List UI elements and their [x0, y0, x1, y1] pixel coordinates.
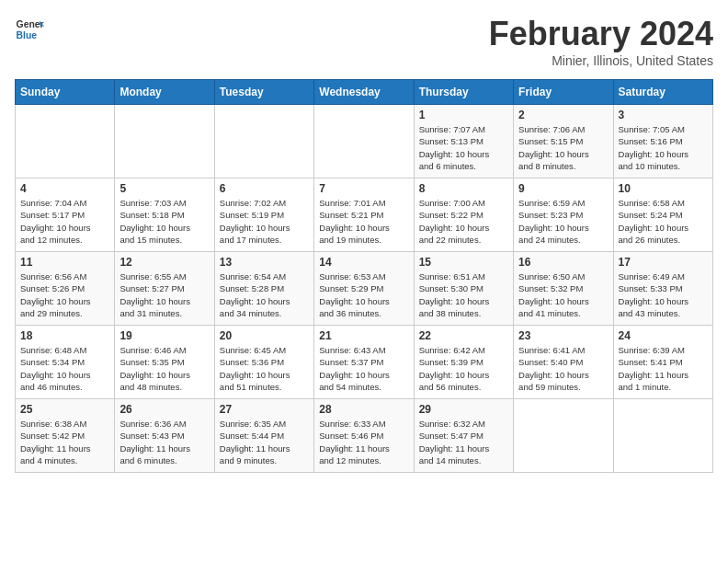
location-title: Minier, Illinois, United States	[489, 53, 713, 68]
calendar-cell: 23Sunrise: 6:41 AM Sunset: 5:40 PM Dayli…	[514, 326, 613, 399]
calendar-cell: 15Sunrise: 6:51 AM Sunset: 5:30 PM Dayli…	[414, 252, 513, 326]
day-number: 9	[518, 182, 608, 195]
svg-text:Blue: Blue	[17, 30, 38, 40]
day-info: Sunrise: 6:33 AM Sunset: 5:46 PM Dayligh…	[319, 418, 408, 466]
weekday-header-monday: Monday	[115, 80, 214, 105]
day-info: Sunrise: 6:43 AM Sunset: 5:37 PM Dayligh…	[319, 344, 408, 393]
calendar-cell: 21Sunrise: 6:43 AM Sunset: 5:37 PM Dayli…	[314, 326, 414, 399]
calendar-cell: 6Sunrise: 7:02 AM Sunset: 5:19 PM Daylig…	[214, 178, 313, 252]
day-info: Sunrise: 6:48 AM Sunset: 5:34 PM Dayligh…	[20, 344, 109, 393]
day-number: 2	[518, 109, 608, 121]
weekday-header-friday: Friday	[514, 80, 613, 105]
weekday-header-sunday: Sunday	[16, 80, 115, 105]
calendar-cell: 2Sunrise: 7:06 AM Sunset: 5:15 PM Daylig…	[514, 105, 613, 178]
day-info: Sunrise: 6:45 AM Sunset: 5:36 PM Dayligh…	[220, 344, 309, 393]
calendar-cell: 29Sunrise: 6:32 AM Sunset: 5:47 PM Dayli…	[414, 399, 513, 473]
day-info: Sunrise: 6:56 AM Sunset: 5:26 PM Dayligh…	[20, 270, 109, 319]
calendar-cell: 14Sunrise: 6:53 AM Sunset: 5:29 PM Dayli…	[314, 252, 414, 326]
calendar-cell: 11Sunrise: 6:56 AM Sunset: 5:26 PM Dayli…	[16, 252, 115, 326]
calendar-cell: 24Sunrise: 6:39 AM Sunset: 5:41 PM Dayli…	[613, 326, 712, 399]
weekday-header-tuesday: Tuesday	[214, 80, 313, 105]
day-number: 28	[319, 403, 408, 416]
day-number: 20	[220, 329, 309, 342]
day-number: 19	[119, 329, 209, 342]
day-number: 25	[20, 403, 109, 416]
day-info: Sunrise: 6:42 AM Sunset: 5:39 PM Dayligh…	[419, 344, 508, 393]
day-info: Sunrise: 6:39 AM Sunset: 5:41 PM Dayligh…	[619, 344, 708, 393]
day-info: Sunrise: 7:02 AM Sunset: 5:19 PM Dayligh…	[220, 197, 309, 246]
day-info: Sunrise: 7:07 AM Sunset: 5:13 PM Dayligh…	[419, 123, 508, 172]
day-info: Sunrise: 6:46 AM Sunset: 5:35 PM Dayligh…	[119, 344, 209, 393]
header: General Blue February 2024 Minier, Illin…	[15, 15, 713, 68]
weekday-header-thursday: Thursday	[414, 80, 513, 105]
calendar-cell: 12Sunrise: 6:55 AM Sunset: 5:27 PM Dayli…	[115, 252, 214, 326]
calendar-cell	[214, 105, 313, 178]
day-number: 17	[619, 256, 708, 269]
calendar-cell: 18Sunrise: 6:48 AM Sunset: 5:34 PM Dayli…	[16, 326, 115, 399]
calendar-cell: 26Sunrise: 6:36 AM Sunset: 5:43 PM Dayli…	[115, 399, 214, 473]
day-number: 8	[419, 182, 508, 195]
day-number: 7	[319, 182, 408, 195]
calendar-week-row: 25Sunrise: 6:38 AM Sunset: 5:42 PM Dayli…	[16, 399, 713, 473]
day-number: 5	[119, 182, 209, 195]
day-number: 11	[20, 256, 109, 269]
calendar-cell: 17Sunrise: 6:49 AM Sunset: 5:33 PM Dayli…	[613, 252, 712, 326]
calendar-cell: 4Sunrise: 7:04 AM Sunset: 5:17 PM Daylig…	[16, 178, 115, 252]
calendar-cell: 1Sunrise: 7:07 AM Sunset: 5:13 PM Daylig…	[414, 105, 513, 178]
calendar-cell: 9Sunrise: 6:59 AM Sunset: 5:23 PM Daylig…	[514, 178, 613, 252]
calendar-cell: 8Sunrise: 7:00 AM Sunset: 5:22 PM Daylig…	[414, 178, 513, 252]
day-number: 24	[619, 329, 708, 342]
day-info: Sunrise: 7:03 AM Sunset: 5:18 PM Dayligh…	[119, 197, 209, 246]
day-info: Sunrise: 6:58 AM Sunset: 5:24 PM Dayligh…	[619, 197, 708, 246]
day-info: Sunrise: 7:00 AM Sunset: 5:22 PM Dayligh…	[419, 197, 508, 246]
weekday-header-row: SundayMondayTuesdayWednesdayThursdayFrid…	[16, 80, 713, 105]
calendar-cell	[613, 399, 712, 473]
calendar-cell: 10Sunrise: 6:58 AM Sunset: 5:24 PM Dayli…	[613, 178, 712, 252]
calendar-cell	[115, 105, 214, 178]
calendar-cell	[514, 399, 613, 473]
day-info: Sunrise: 7:05 AM Sunset: 5:16 PM Dayligh…	[619, 123, 708, 172]
day-info: Sunrise: 7:01 AM Sunset: 5:21 PM Dayligh…	[319, 197, 408, 246]
day-number: 6	[220, 182, 309, 195]
day-number: 15	[419, 256, 508, 269]
weekday-header-saturday: Saturday	[613, 80, 712, 105]
day-info: Sunrise: 7:06 AM Sunset: 5:15 PM Dayligh…	[518, 123, 608, 172]
day-info: Sunrise: 6:54 AM Sunset: 5:28 PM Dayligh…	[220, 270, 309, 319]
calendar-cell: 3Sunrise: 7:05 AM Sunset: 5:16 PM Daylig…	[613, 105, 712, 178]
calendar-cell: 20Sunrise: 6:45 AM Sunset: 5:36 PM Dayli…	[214, 326, 313, 399]
day-number: 16	[518, 256, 608, 269]
weekday-header-wednesday: Wednesday	[314, 80, 414, 105]
calendar-week-row: 4Sunrise: 7:04 AM Sunset: 5:17 PM Daylig…	[16, 178, 713, 252]
calendar-cell: 25Sunrise: 6:38 AM Sunset: 5:42 PM Dayli…	[16, 399, 115, 473]
day-number: 23	[518, 329, 608, 342]
day-info: Sunrise: 6:41 AM Sunset: 5:40 PM Dayligh…	[518, 344, 608, 393]
day-number: 10	[619, 182, 708, 195]
day-info: Sunrise: 6:36 AM Sunset: 5:43 PM Dayligh…	[119, 418, 209, 466]
calendar-table: SundayMondayTuesdayWednesdayThursdayFrid…	[15, 79, 713, 473]
calendar-cell: 27Sunrise: 6:35 AM Sunset: 5:44 PM Dayli…	[214, 399, 313, 473]
calendar-cell	[314, 105, 414, 178]
logo-icon: General Blue	[15, 15, 44, 44]
day-number: 12	[119, 256, 209, 269]
day-info: Sunrise: 6:50 AM Sunset: 5:32 PM Dayligh…	[518, 270, 608, 319]
calendar-cell: 19Sunrise: 6:46 AM Sunset: 5:35 PM Dayli…	[115, 326, 214, 399]
month-title: February 2024	[489, 15, 713, 53]
day-number: 21	[319, 329, 408, 342]
day-info: Sunrise: 6:53 AM Sunset: 5:29 PM Dayligh…	[319, 270, 408, 319]
day-number: 18	[20, 329, 109, 342]
day-number: 3	[619, 109, 708, 121]
calendar-week-row: 18Sunrise: 6:48 AM Sunset: 5:34 PM Dayli…	[16, 326, 713, 399]
title-area: February 2024 Minier, Illinois, United S…	[489, 15, 713, 68]
day-info: Sunrise: 6:51 AM Sunset: 5:30 PM Dayligh…	[419, 270, 508, 319]
calendar-cell: 13Sunrise: 6:54 AM Sunset: 5:28 PM Dayli…	[214, 252, 313, 326]
day-info: Sunrise: 6:59 AM Sunset: 5:23 PM Dayligh…	[518, 197, 608, 246]
calendar-cell	[16, 105, 115, 178]
day-number: 26	[119, 403, 209, 416]
day-number: 1	[419, 109, 508, 121]
day-info: Sunrise: 6:49 AM Sunset: 5:33 PM Dayligh…	[619, 270, 708, 319]
day-info: Sunrise: 6:35 AM Sunset: 5:44 PM Dayligh…	[220, 418, 309, 466]
calendar-cell: 7Sunrise: 7:01 AM Sunset: 5:21 PM Daylig…	[314, 178, 414, 252]
day-number: 14	[319, 256, 408, 269]
calendar-week-row: 1Sunrise: 7:07 AM Sunset: 5:13 PM Daylig…	[16, 105, 713, 178]
day-info: Sunrise: 6:32 AM Sunset: 5:47 PM Dayligh…	[419, 418, 508, 466]
